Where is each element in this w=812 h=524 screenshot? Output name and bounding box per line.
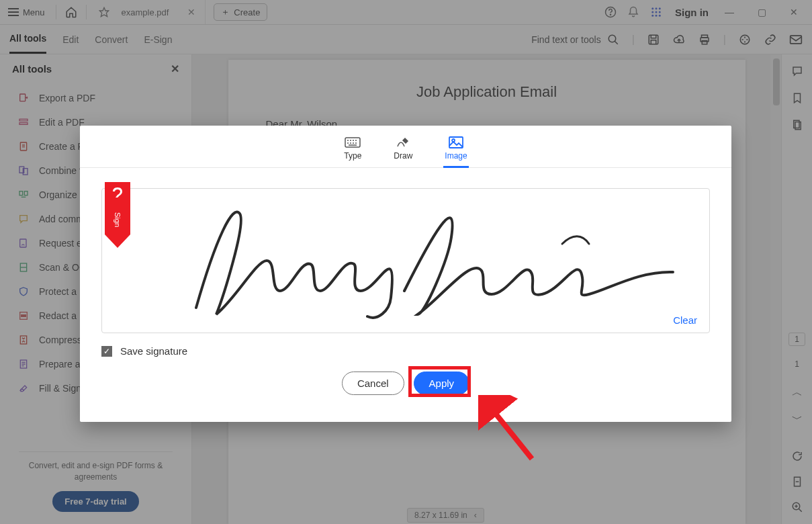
apply-button[interactable]: Apply	[414, 372, 470, 395]
svg-rect-39	[345, 138, 360, 147]
svg-rect-40	[449, 137, 463, 148]
draw-icon	[395, 136, 411, 148]
save-signature-checkbox[interactable]: ✓	[101, 346, 112, 357]
annotation-arrow-icon	[478, 395, 545, 469]
svg-text:Sign: Sign	[114, 212, 122, 227]
save-signature-row[interactable]: ✓ Save signature	[101, 345, 710, 357]
svg-line-43	[490, 407, 532, 459]
keyboard-icon	[345, 136, 361, 148]
signature-modal: Type Draw Image Sign Clear ✓ Save signat…	[80, 126, 731, 422]
signature-tab-image[interactable]: Image	[442, 132, 469, 167]
modal-actions: Cancel Apply	[80, 372, 731, 395]
signature-tab-type[interactable]: Type	[341, 132, 364, 167]
clear-signature-link[interactable]: Clear	[673, 314, 697, 326]
image-icon	[448, 136, 464, 148]
sign-banner-icon: Sign	[105, 182, 130, 248]
cancel-button[interactable]: Cancel	[342, 372, 404, 395]
signature-tab-draw[interactable]: Draw	[391, 132, 415, 167]
signature-canvas[interactable]: Sign Clear	[101, 188, 710, 333]
modal-tabs: Type Draw Image	[80, 126, 731, 168]
save-signature-label: Save signature	[120, 345, 187, 357]
signature-image	[176, 197, 693, 321]
